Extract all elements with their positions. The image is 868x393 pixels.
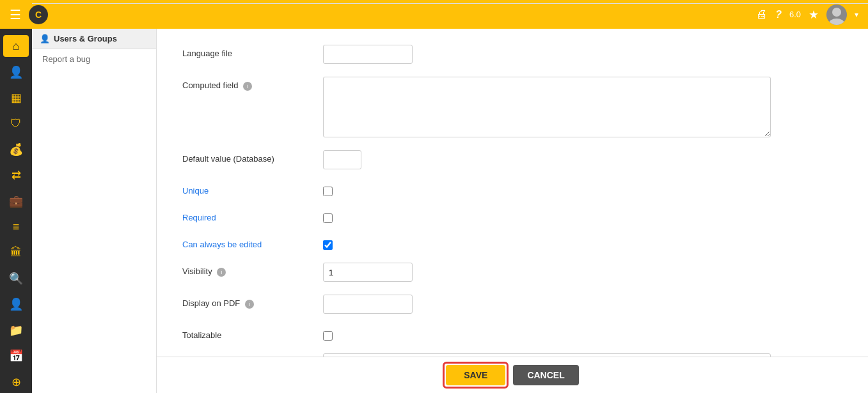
help-text-row: Help text to show on tooltip i (182, 347, 842, 357)
content-wrapper: Language file Computed field i Default v… (157, 29, 868, 393)
visibility-row: Visibility i (182, 256, 842, 288)
menu-icon[interactable]: ☰ (10, 7, 21, 22)
logo: C (29, 5, 48, 24)
sidebar-item-search[interactable]: 🔍 (3, 268, 29, 289)
sidebar-item-user[interactable]: 👤 (3, 61, 29, 82)
required-row: Required (182, 203, 842, 229)
display-on-pdf-label: Display on PDF i (182, 295, 323, 309)
topbar-left: ☰ C (10, 5, 48, 24)
computed-field-textarea[interactable] (323, 77, 771, 137)
required-checkbox[interactable] (323, 213, 333, 223)
computed-field-label: Computed field i (182, 77, 323, 91)
avatar[interactable] (826, 4, 847, 25)
sidebar-item-home[interactable]: ⌂ (3, 35, 29, 57)
main-layout: ⌂ 👤 ▦ 🛡 💰 ⇄ 💼 ≡ 🏛 🔍 👤 📁 📅 ⊕ 👤 Users & Gr… (0, 29, 868, 393)
unique-label: Unique (182, 182, 323, 196)
sidebar-item-calendar[interactable]: 📅 (3, 345, 29, 367)
sidebar-item-shield[interactable]: 🛡 (3, 112, 29, 134)
sidebar-item-transfer[interactable]: ⇄ (3, 164, 29, 186)
sidebar-item-briefcase[interactable]: 💼 (3, 190, 29, 212)
svg-point-0 (832, 8, 841, 17)
unique-row: Unique (182, 176, 842, 203)
display-on-pdf-info-icon[interactable]: i (245, 300, 254, 309)
sidebar-item-building[interactable]: 🏛 (3, 242, 29, 263)
display-on-pdf-input[interactable] (323, 295, 413, 314)
sidebar-item-report-bug[interactable]: Report a bug (32, 49, 156, 69)
secondary-sidebar: 👤 Users & Groups Report a bug (32, 29, 157, 393)
sidebar-item-folder[interactable]: 📁 (3, 320, 29, 341)
star-icon[interactable]: ★ (809, 8, 819, 22)
version-badge: 6.0 (789, 10, 801, 19)
cancel-button[interactable]: CANCEL (513, 365, 578, 385)
language-file-input[interactable] (323, 45, 413, 64)
can-always-be-edited-label: Can always be edited (182, 236, 323, 249)
totalizable-checkbox[interactable] (323, 331, 333, 341)
language-file-row: Language file (182, 38, 842, 70)
secondary-sidebar-title: Users & Groups (54, 34, 117, 43)
left-sidebar: ⌂ 👤 ▦ 🛡 💰 ⇄ 💼 ≡ 🏛 🔍 👤 📁 📅 ⊕ (0, 29, 32, 393)
help-icon[interactable]: ? (775, 9, 782, 20)
unique-checkbox[interactable] (323, 187, 333, 196)
totalizable-row: Totalizable (182, 320, 842, 347)
default-value-input[interactable] (323, 150, 361, 169)
totalizable-label: Totalizable (182, 327, 323, 340)
topbar-right: 🖨 ? 6.0 ★ ▾ (756, 4, 858, 25)
sidebar-item-grid[interactable]: ▦ (3, 87, 29, 109)
visibility-label: Visibility i (182, 263, 323, 277)
visibility-info-icon[interactable]: i (217, 268, 226, 277)
computed-field-info-icon[interactable]: i (243, 82, 252, 91)
language-file-label: Language file (182, 45, 323, 58)
default-value-label: Default value (Database) (182, 150, 323, 164)
required-label: Required (182, 209, 323, 222)
chevron-down-icon[interactable]: ▾ (855, 10, 858, 19)
display-on-pdf-row: Display on PDF i (182, 288, 842, 320)
save-button[interactable]: SAVE (446, 365, 505, 385)
sidebar-item-person[interactable]: 👤 (3, 293, 29, 315)
save-button-wrapper: SAVE (446, 365, 505, 385)
svg-point-1 (829, 19, 844, 25)
visibility-input[interactable] (323, 263, 413, 282)
computed-field-row: Computed field i (182, 70, 842, 144)
bottom-bar: SAVE CANCEL (157, 357, 868, 393)
print-icon[interactable]: 🖨 (756, 8, 768, 21)
sidebar-item-layers[interactable]: ≡ (3, 216, 29, 238)
sidebar-item-plus[interactable]: ⊕ (3, 371, 29, 392)
can-always-be-edited-checkbox[interactable] (323, 240, 333, 250)
form-section: Language file Computed field i Default v… (157, 29, 868, 357)
content-area: Language file Computed field i Default v… (157, 29, 868, 357)
secondary-sidebar-header: 👤 Users & Groups (32, 29, 156, 49)
can-always-be-edited-row: Can always be edited (182, 229, 842, 256)
default-value-row: Default value (Database) (182, 144, 842, 176)
users-groups-icon: 👤 (40, 34, 50, 43)
sidebar-item-money[interactable]: 💰 (3, 139, 29, 160)
topbar: ☰ C 🖨 ? 6.0 ★ ▾ (0, 0, 868, 29)
